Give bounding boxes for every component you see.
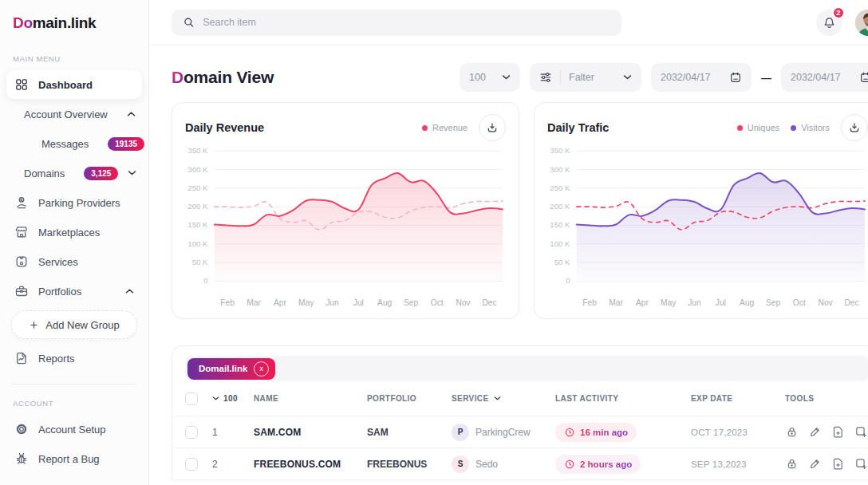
charts-row: Daily Revenue Revenue 350 K300 K250 K200…: [172, 102, 868, 319]
filter-dropdown[interactable]: Falter: [530, 63, 641, 92]
page-size-value: 100: [469, 72, 486, 83]
sidebar-item-marketplaces[interactable]: Marketplaces: [6, 218, 142, 246]
search-box[interactable]: [172, 10, 621, 36]
sidebar-nav: MAIN MENUDashboardAccount OverviewMessag…: [0, 46, 148, 473]
sidebar-item-account-overview[interactable]: Account Overview: [6, 100, 142, 128]
svg-text:Nov: Nov: [456, 298, 471, 307]
close-icon[interactable]: x: [254, 361, 269, 377]
tool-edit-button[interactable]: [808, 457, 822, 471]
sidebar-item-account-setup[interactable]: Account Setup: [6, 415, 142, 444]
calendar-icon: [859, 71, 868, 84]
portfolio-name: SAM: [367, 427, 452, 438]
col-last-activity[interactable]: LAST ACTIVITY: [555, 394, 691, 403]
chart-svg: 350 K300 K250 K200 K150 K100 K50 K0FebMa…: [185, 144, 506, 312]
page-size-select[interactable]: 100: [460, 63, 520, 92]
row-index: 1: [212, 427, 254, 438]
domain-name[interactable]: SAM.COM: [254, 427, 367, 438]
col-portfolio[interactable]: PORTFOLIO: [367, 394, 452, 403]
sidebar-item-report-a-bug[interactable]: Report a Bug: [6, 444, 142, 473]
svg-text:Nov: Nov: [819, 298, 834, 307]
col-exp-date[interactable]: EXP DATE: [691, 394, 785, 403]
svg-text:150 K: 150 K: [187, 220, 208, 229]
page-title-rest: omain View: [183, 68, 274, 86]
sidebar-item-label: Account Setup: [38, 424, 106, 436]
row-checkbox[interactable]: [185, 426, 198, 439]
table-row: 1SAM.COMSAMPParkingCrew16 min agoOCT 17,…: [172, 416, 868, 448]
col-name[interactable]: NAME: [254, 394, 367, 403]
row-index: 2: [212, 459, 254, 470]
tools-cell: [785, 425, 868, 439]
tool-file-plus-button[interactable]: [831, 457, 845, 471]
sidebar-item-label: Account Overview: [24, 108, 108, 120]
tool-lock-button[interactable]: [785, 457, 799, 471]
svg-text:Dec: Dec: [482, 298, 496, 307]
tool-export-button[interactable]: [854, 457, 868, 471]
app-window: Domain.link MAIN MENUDashboardAccount Ov…: [0, 0, 868, 485]
last-activity-cell: 2 hours ago: [555, 455, 691, 474]
tool-edit-button[interactable]: [808, 425, 822, 439]
svg-text:250 K: 250 K: [550, 183, 570, 192]
search-input[interactable]: [203, 17, 610, 28]
domain-name[interactable]: FREEBONUS.COM: [254, 459, 367, 470]
service-name: ParkingCrew: [475, 427, 531, 438]
sidebar-item-services[interactable]: Services: [6, 247, 142, 276]
svg-text:Sep: Sep: [404, 298, 418, 307]
svg-text:50 K: 50 K: [192, 258, 208, 266]
notifications-button[interactable]: 2: [816, 10, 842, 36]
filter-chip-domail-link[interactable]: Domail.link x: [187, 358, 275, 380]
filter-chip-label: Domail.link: [199, 364, 247, 373]
plus-icon: [29, 320, 39, 330]
sidebar-item-dashboard[interactable]: Dashboard: [6, 70, 142, 99]
bug-icon: [14, 451, 29, 466]
add-new-group-button[interactable]: Add New Group: [11, 310, 137, 339]
sidebar-item-label: Domains: [24, 168, 65, 179]
user-avatar[interactable]: [855, 10, 868, 36]
svg-text:Aug: Aug: [740, 298, 754, 307]
download-button[interactable]: [479, 114, 506, 141]
sidebar-item-label: Dashboard: [38, 79, 93, 91]
sidebar-item-parking-providers[interactable]: Parking Providers: [6, 188, 142, 217]
svg-text:Feb: Feb: [582, 298, 597, 307]
grid-icon: [14, 77, 29, 92]
topbar-right: 2: [816, 10, 868, 36]
daily-traffic-card: Daily Trafic UniquesVisitors 350 K300 K2…: [534, 102, 868, 319]
tool-export-button[interactable]: [854, 425, 868, 439]
chart-legend: Revenue: [422, 123, 468, 132]
sliders-icon: [539, 71, 552, 84]
sidebar-item-portfolios[interactable]: Portfolios: [6, 277, 142, 306]
date-to-picker[interactable]: 2032/04/17: [781, 63, 868, 92]
chart-title: Daily Revenue: [185, 121, 264, 134]
export-icon: [854, 457, 868, 471]
select-all-checkbox[interactable]: [185, 392, 198, 405]
svg-text:200 K: 200 K: [550, 202, 570, 211]
parking-icon: [14, 195, 29, 210]
sidebar-item-reports[interactable]: Reports: [6, 344, 142, 373]
svg-text:May: May: [661, 298, 677, 307]
chevron-toggle[interactable]: [128, 170, 136, 176]
svg-text:Jul: Jul: [353, 298, 364, 307]
sidebar-item-domains[interactable]: Domains3,125: [6, 159, 142, 187]
chevron-toggle[interactable]: [125, 288, 134, 294]
tool-file-plus-button[interactable]: [831, 425, 845, 439]
date-from-picker[interactable]: 2032/04/17: [651, 63, 752, 92]
col-service[interactable]: SERVICE: [452, 394, 555, 403]
svg-text:Sep: Sep: [766, 298, 780, 307]
svg-text:Oct: Oct: [793, 298, 806, 307]
clock-icon: [564, 459, 575, 470]
chart-title: Daily Trafic: [547, 121, 609, 134]
chevron-up-icon: [127, 111, 136, 117]
date-to-value: 2032/04/17: [791, 72, 841, 83]
download-button[interactable]: [841, 114, 868, 141]
sidebar-item-messages[interactable]: Messages19135: [24, 129, 142, 158]
legend-dot: [737, 125, 743, 131]
svg-text:50 K: 50 K: [554, 258, 570, 266]
tool-lock-button[interactable]: [785, 425, 799, 439]
legend-label: Visitors: [801, 123, 830, 132]
col-tools: TOOLS: [785, 394, 868, 403]
select-count[interactable]: 100: [212, 394, 254, 403]
brand-logo: Domain.link: [0, 13, 148, 46]
chevron-toggle[interactable]: [127, 111, 136, 117]
service-cell: SSedo: [452, 455, 555, 473]
row-checkbox[interactable]: [185, 458, 198, 471]
svg-text:Jun: Jun: [688, 298, 700, 307]
